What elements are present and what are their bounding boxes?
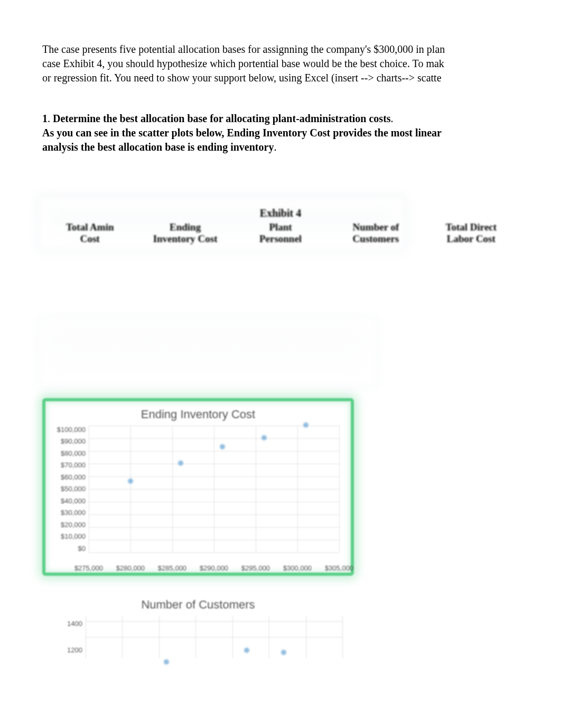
x-tick: $275,000 — [74, 564, 103, 572]
intro-line-1: The case presents five potential allocat… — [42, 43, 445, 55]
chart1-grid — [89, 426, 339, 552]
x-tick: $280,000 — [116, 564, 145, 572]
chart2-grid — [86, 616, 342, 658]
data-point — [244, 648, 249, 653]
chart2-y-axis: 14001200 — [49, 616, 82, 669]
y-tick: $50,000 — [61, 485, 86, 493]
y-tick: 1200 — [67, 642, 82, 658]
data-point — [128, 478, 133, 484]
col-ending-inventory: EndingInventory Cost — [137, 222, 232, 245]
x-tick: $285,000 — [158, 564, 186, 572]
chart1-y-axis: $100,000$90,000$80,000$70,000$60,000$50,… — [52, 426, 86, 552]
question-prompt: Determine the best allocation base for a… — [53, 113, 391, 124]
x-tick: $295,000 — [241, 564, 270, 572]
col-plant-personnel: PlantPersonnel — [233, 222, 328, 245]
exhibit-columns: Total AminCost EndingInventory Cost Plan… — [42, 222, 519, 245]
intro-line-3: or regression fit. You need to show your… — [42, 72, 442, 84]
x-tick: $300,000 — [283, 564, 312, 572]
data-point — [178, 460, 183, 466]
x-tick: $305,000 — [325, 564, 353, 572]
chart-number-customers: Number of Customers 14001200 — [42, 592, 354, 669]
answer-line-1: As you can see in the scatter plots belo… — [42, 127, 442, 139]
data-point — [261, 435, 267, 440]
question-number: 1 — [42, 113, 48, 124]
blurred-region — [42, 319, 519, 382]
question-block: 1. Determine the best allocation base fo… — [42, 112, 519, 154]
data-point — [303, 422, 308, 428]
chart1-plot: $100,000$90,000$80,000$70,000$60,000$50,… — [89, 426, 339, 563]
col-total-direct-labor: Total DirectLabor Cost — [424, 222, 519, 245]
data-point — [164, 659, 169, 665]
intro-line-2: case Exhibit 4, you should hypothesize w… — [42, 58, 444, 69]
y-tick: $100,000 — [57, 426, 86, 434]
chart2-title: Number of Customers — [49, 598, 348, 612]
col-total-admin: Total AminCost — [42, 222, 137, 245]
chart2-plot: 14001200 — [86, 616, 342, 669]
chart-ending-inventory: Ending Inventory Cost $100,000$90,000$80… — [42, 398, 354, 576]
y-tick: $30,000 — [61, 509, 86, 517]
y-tick: $90,000 — [61, 437, 86, 445]
x-tick: $290,000 — [200, 564, 228, 572]
y-tick: 1400 — [67, 616, 82, 632]
col-number-customers: Number ofCustomers — [328, 222, 423, 245]
y-tick: $60,000 — [61, 473, 86, 481]
y-tick: $40,000 — [61, 497, 86, 505]
y-tick: $20,000 — [61, 521, 86, 529]
exhibit-title: Exhibit 4 — [42, 207, 519, 219]
answer-line-2: analysis the best allocation base is end… — [42, 141, 274, 153]
data-point — [281, 650, 286, 655]
data-point — [220, 444, 225, 449]
y-tick: $0 — [78, 545, 86, 552]
y-tick: $10,000 — [61, 532, 86, 540]
y-tick: $70,000 — [61, 461, 86, 469]
exhibit-table: Exhibit 4 Total AminCost EndingInventory… — [42, 207, 519, 245]
y-tick: $80,000 — [61, 449, 86, 457]
intro-paragraph: The case presents five potential allocat… — [42, 42, 519, 85]
chart1-title: Ending Inventory Cost — [52, 408, 344, 421]
